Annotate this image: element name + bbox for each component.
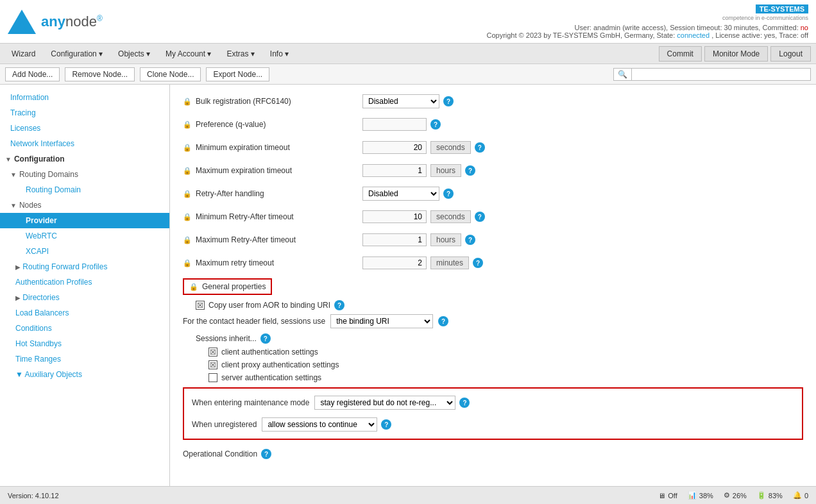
- nav-info[interactable]: Info ▾: [264, 47, 295, 61]
- retry-after-control: Disabled Enabled ?: [362, 187, 454, 201]
- max-expiration-input[interactable]: [362, 164, 427, 177]
- lock-icon3: 🔒: [183, 144, 192, 152]
- logo-a-letter: A: [17, 19, 26, 33]
- logo-triangle: A: [8, 10, 36, 34]
- sidebar-section-nodes[interactable]: ▼ Nodes: [0, 197, 169, 213]
- unregistered-row: When unregistered allow sessions to cont…: [192, 416, 794, 433]
- max-expiration-row: 🔒 Maximum expiration timeout hours ?: [183, 162, 803, 180]
- max-retry-unit: hours: [430, 233, 461, 246]
- contact-header-select[interactable]: the binding URI the contact URI: [330, 314, 433, 328]
- bulk-registration-select[interactable]: Disabled Enabled: [362, 94, 439, 108]
- copy-user-checkbox[interactable]: ☒: [196, 301, 205, 310]
- max-expiration-unit: hours: [430, 164, 461, 177]
- chevron-right-icon: ▶: [15, 264, 21, 271]
- max-retry-timeout-label: 🔒 Maximum retry timeout: [183, 258, 362, 267]
- preference-input[interactable]: [362, 118, 427, 131]
- client-proxy-checkbox[interactable]: ☒: [208, 360, 217, 369]
- sidebar-item-directories[interactable]: ▶ Directories: [0, 290, 169, 305]
- maintenance-box: When entering maintenance mode stay regi…: [183, 387, 803, 440]
- chevron-down-icon3: ▼: [10, 202, 17, 209]
- battery-icon: 🔋: [757, 491, 766, 500]
- sidebar-item-xcapi[interactable]: XCAPI: [0, 244, 169, 259]
- nav-logout[interactable]: Logout: [770, 46, 811, 62]
- nav-extras[interactable]: Extras ▾: [220, 47, 260, 61]
- search-input[interactable]: [631, 68, 811, 81]
- sidebar-section-configuration[interactable]: ▼ Configuration: [0, 151, 169, 167]
- max-retry-timeout-help[interactable]: ?: [473, 258, 483, 268]
- maintenance-mode-select[interactable]: stay registered but do not re-reg... unr…: [314, 396, 455, 410]
- nav-myaccount[interactable]: My Account ▾: [159, 47, 217, 61]
- lock-icon8: 🔒: [183, 259, 192, 267]
- nav-configuration[interactable]: Configuration ▾: [44, 47, 109, 61]
- sidebar-item-information[interactable]: Information: [0, 90, 169, 105]
- unregistered-help[interactable]: ?: [381, 419, 391, 430]
- sidebar-item-provider[interactable]: Provider: [0, 213, 169, 228]
- logo-registered: ®: [97, 13, 103, 22]
- preference-help[interactable]: ?: [430, 119, 441, 130]
- status-bar: Version: 4.10.12 🖥 Off 📊 38% ⚙ 26% 🔋 83%…: [0, 486, 816, 504]
- nav-wizard[interactable]: Wizard: [5, 47, 42, 61]
- retry-after-select[interactable]: Disabled Enabled: [362, 187, 439, 201]
- retry-after-help[interactable]: ?: [443, 189, 454, 199]
- max-retry-help[interactable]: ?: [465, 235, 475, 245]
- export-node-button[interactable]: Export Node...: [206, 67, 269, 81]
- sidebar-item-routing-forward-profiles[interactable]: ▶ Routing Forward Profiles: [0, 259, 169, 274]
- contact-header-label: For the contact header field, sessions u…: [183, 317, 325, 326]
- contact-header-help[interactable]: ?: [438, 316, 448, 326]
- server-auth-checkbox[interactable]: [208, 373, 217, 382]
- clone-node-button[interactable]: Clone Node...: [140, 67, 201, 81]
- client-proxy-row: ☒ client proxy authentication settings: [208, 360, 803, 369]
- sidebar-item-routing-domain[interactable]: Routing Domain: [0, 182, 169, 197]
- preference-row: 🔒 Preference (q-value) ?: [183, 115, 803, 133]
- sessions-inherit-help[interactable]: ?: [260, 333, 271, 344]
- unregistered-select[interactable]: allow sessions to continue terminate ses…: [262, 417, 377, 432]
- add-node-button[interactable]: Add Node...: [5, 67, 60, 81]
- client-auth-label: client authentication settings: [221, 348, 318, 357]
- sidebar-section-routing-domains[interactable]: ▼ Routing Domains: [0, 167, 169, 182]
- min-retry-help[interactable]: ?: [475, 212, 485, 222]
- sidebar-item-authentication-profiles[interactable]: Authentication Profiles: [0, 274, 169, 290]
- min-expiration-input[interactable]: [362, 141, 427, 154]
- min-retry-control: seconds ?: [362, 210, 485, 223]
- min-expiration-help[interactable]: ?: [475, 142, 485, 153]
- license-text: , License active: yes, Trace:: [711, 31, 799, 39]
- sidebar-item-webrtc[interactable]: WebRTC: [0, 228, 169, 244]
- operational-condition-help[interactable]: ?: [261, 449, 271, 459]
- nav-monitor-mode[interactable]: Monitor Mode: [704, 46, 768, 62]
- sidebar-item-network-interfaces[interactable]: Network Interfaces: [0, 136, 169, 151]
- maintenance-mode-help[interactable]: ?: [459, 398, 470, 408]
- top-right-info: TE-SYSTEMS competence in e-communication…: [486, 4, 808, 39]
- max-retry-timeout-input[interactable]: [362, 256, 427, 269]
- bulk-registration-label: 🔒 Bulk registration (RFC6140): [183, 97, 362, 106]
- min-expiration-row: 🔒 Minimum expiration timeout seconds ?: [183, 139, 803, 156]
- mem-value: 26%: [733, 492, 747, 500]
- bulk-registration-help[interactable]: ?: [443, 96, 454, 106]
- cpu-icon: 📊: [688, 491, 697, 500]
- lock-icon7: 🔒: [183, 236, 192, 244]
- sidebar-item-load-balancers[interactable]: Load Balancers: [0, 305, 169, 321]
- sessions-inherit-label-row: Sessions inherit... ?: [196, 333, 803, 344]
- sidebar-item-time-ranges[interactable]: Time Ranges: [0, 351, 169, 367]
- copy-user-help[interactable]: ?: [334, 300, 344, 310]
- sidebar-item-licenses[interactable]: Licenses: [0, 121, 169, 136]
- mem-status: ⚙ 26%: [724, 491, 747, 500]
- max-retry-input[interactable]: [362, 233, 427, 246]
- min-retry-input[interactable]: [362, 210, 427, 223]
- sidebar-item-tracing[interactable]: Tracing: [0, 105, 169, 121]
- state-value: connected: [677, 31, 710, 39]
- sidebar-item-conditions[interactable]: Conditions: [0, 321, 169, 336]
- sidebar-item-hot-standbys[interactable]: Hot Standbys: [0, 336, 169, 351]
- battery-status: 🔋 83%: [757, 491, 783, 500]
- remove-node-button[interactable]: Remove Node...: [65, 67, 135, 81]
- max-expiration-help[interactable]: ?: [465, 165, 475, 176]
- nav-objects[interactable]: Objects ▾: [112, 47, 157, 61]
- min-expiration-control: seconds ?: [362, 141, 485, 154]
- client-auth-checkbox[interactable]: ☒: [208, 348, 217, 357]
- top-bar: A anynode® TE-SYSTEMS competence in e-co…: [0, 0, 816, 44]
- min-expiration-label: 🔒 Minimum expiration timeout: [183, 143, 362, 152]
- nav-commit[interactable]: Commit: [659, 46, 702, 62]
- user-text: User: anadmin (write access), Session ti…: [575, 24, 799, 31]
- chevron-down-icon2: ▼: [10, 171, 17, 178]
- lock-icon5: 🔒: [183, 190, 192, 198]
- sidebar-item-auxiliary-objects[interactable]: ▼ Auxiliary Objects: [0, 367, 169, 382]
